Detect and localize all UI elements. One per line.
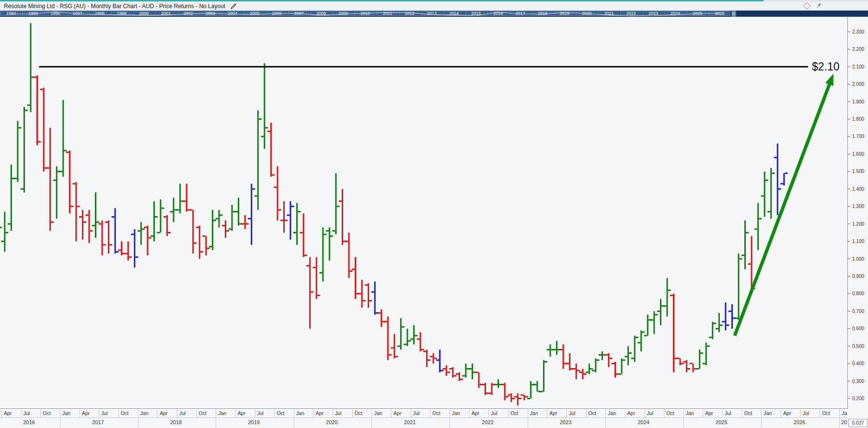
ohlc-bar [592, 359, 599, 372]
ohlc-bar [703, 343, 710, 365]
quarter-separator [430, 409, 430, 417]
quarter-separator [118, 409, 119, 417]
timeline-year-2001[interactable]: 2001 [155, 11, 177, 16]
month-tick-label: Oct [199, 410, 207, 416]
pencil-icon[interactable] [230, 3, 237, 10]
timeline-year-2026[interactable]: 2026 [708, 11, 730, 16]
timeline-year-2014[interactable]: 2014 [443, 11, 465, 16]
ohlc-bar [579, 369, 586, 380]
ohlc-bar [521, 394, 528, 400]
ohlc-bar [105, 220, 112, 254]
timeline-year-scrollbar[interactable]: 1994199519961997199819992000200120022003… [0, 11, 868, 17]
y-axis-label: 1.200 [852, 221, 864, 227]
projection-arrow-shaft[interactable] [735, 82, 830, 335]
ohlc-bar [663, 278, 671, 316]
timeline-year-1998[interactable]: 1998 [89, 11, 111, 16]
ohlc-bar [293, 203, 301, 244]
ohlc-bar [365, 283, 372, 308]
titlebar-tools [804, 2, 822, 9]
timeline-year-2019[interactable]: 2019 [554, 11, 576, 16]
ohlc-bar [644, 315, 651, 336]
ohlc-bar [59, 100, 67, 176]
month-tick-label: Jan [218, 410, 226, 416]
timeline-year-2024[interactable]: 2024 [664, 11, 686, 16]
timeline-year-2012[interactable]: 2012 [399, 11, 421, 16]
ohlc-bar [729, 304, 736, 329]
ohlc-bar [677, 358, 684, 365]
month-tick-label: Jul [803, 410, 809, 416]
pin-icon[interactable] [815, 2, 822, 9]
projection-arrow-head[interactable] [825, 74, 833, 86]
timeline-year-2017[interactable]: 2017 [509, 11, 532, 16]
ohlc-bar [774, 144, 781, 215]
quarter-separator [60, 409, 60, 417]
quarter-separator [294, 409, 294, 417]
ohlc-bar [540, 360, 547, 392]
month-tick-label: Apr [82, 410, 90, 416]
month-tick-label: Apr [4, 410, 12, 416]
timeline-year-2022[interactable]: 2022 [620, 11, 642, 16]
month-tick-label: Jul [257, 410, 264, 416]
price-chart-canvas[interactable]: $2.100.2000.3000.4000.5000.6000.7000.800… [0, 17, 868, 409]
timeline-year-2020[interactable]: 2020 [576, 11, 598, 16]
timeline-year-1999[interactable]: 1999 [111, 11, 133, 16]
ohlc-bar [423, 349, 430, 367]
y-axis-label: 2.200 [852, 46, 864, 52]
quarter-separator [605, 409, 606, 417]
ohlc-bar [469, 364, 476, 380]
y-axis-label: 1.400 [852, 186, 864, 192]
timeline-year-2025[interactable]: 2025 [686, 11, 708, 16]
year-tick-label: 2020 [326, 419, 337, 425]
timeline-year-2010[interactable]: 2010 [354, 11, 376, 16]
ohlc-bar [280, 201, 288, 233]
timeline-year-1997[interactable]: 1997 [67, 11, 89, 16]
timeline-year-2023[interactable]: 2023 [642, 11, 664, 16]
year-tick-label: 2016 [23, 419, 35, 425]
timeline-year-2009[interactable]: 2009 [332, 11, 354, 16]
timeline-year-2006[interactable]: 2006 [266, 11, 288, 16]
price-level-label[interactable]: $2.10 [812, 60, 840, 73]
month-tick-label: Jul [23, 410, 30, 416]
timeline-year-2015[interactable]: 2015 [465, 11, 487, 16]
month-tick-label: Apr [627, 410, 635, 416]
year-tick-label: 2024 [638, 419, 649, 425]
month-tick-label: Oct [121, 410, 128, 416]
timeline-year-2008[interactable]: 2008 [310, 11, 332, 16]
axis-scale-box: 0.037 [848, 419, 868, 427]
timeline-year-2003[interactable]: 2003 [199, 11, 221, 16]
timeline-year-2007[interactable]: 2007 [288, 11, 310, 16]
ohlc-bar [449, 367, 456, 378]
ohlc-bar [92, 193, 99, 238]
year-tick-label: 2025 [716, 419, 727, 425]
timeline-year-2002[interactable]: 2002 [177, 11, 199, 16]
month-tick-label: Jul [725, 410, 731, 416]
quarter-separator [488, 409, 489, 417]
timeline-year-2011[interactable]: 2011 [376, 11, 398, 16]
month-tick-label: Oct [355, 410, 362, 416]
timeline-year-2016[interactable]: 2016 [487, 11, 509, 16]
y-axis-label: 1.600 [852, 151, 864, 157]
quarter-separator [839, 409, 840, 417]
timeline-year-1996[interactable]: 1996 [44, 11, 66, 16]
timeline-year-2013[interactable]: 2013 [421, 11, 443, 16]
ohlc-bar [501, 383, 509, 400]
timeline-year-2018[interactable]: 2018 [532, 11, 554, 16]
diamond-icon[interactable] [803, 2, 811, 10]
timeline-year-2021[interactable]: 2021 [598, 11, 620, 16]
quarter-separator [80, 409, 80, 417]
timeline-year-2004[interactable]: 2004 [221, 11, 243, 16]
ohlc-bar [462, 364, 469, 378]
month-tick-label: Apr [705, 410, 713, 416]
timeline-year-1994[interactable]: 1994 [0, 11, 22, 16]
timeline-year-2000[interactable]: 2000 [133, 11, 155, 16]
ohlc-bar [495, 379, 502, 388]
timeline-year-1995[interactable]: 1995 [22, 11, 44, 16]
quarter-separator [508, 409, 509, 417]
timeline-year-2005[interactable]: 2005 [243, 11, 266, 16]
ohlc-bar [345, 232, 352, 278]
timeline-scroll-handle[interactable] [731, 11, 736, 17]
ohlc-bar [326, 227, 333, 260]
quarter-separator [138, 409, 139, 417]
ohlc-bar [560, 345, 567, 369]
y-axis-label: 0.200 [852, 396, 864, 401]
